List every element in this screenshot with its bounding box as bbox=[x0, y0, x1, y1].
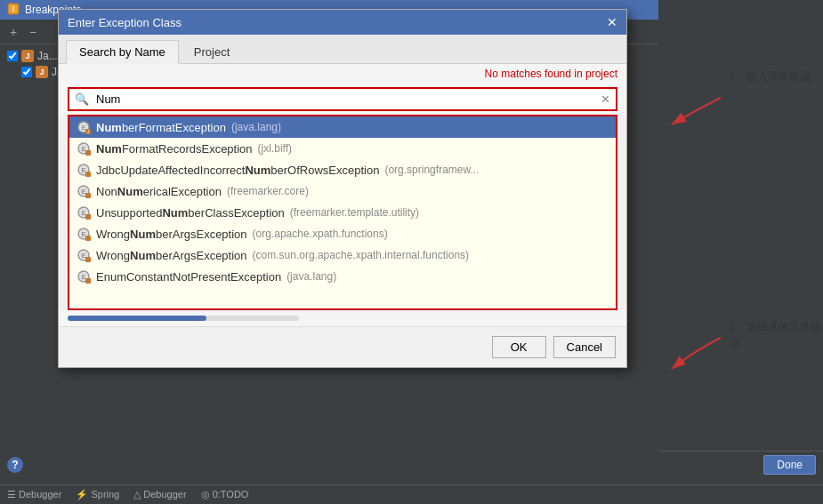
done-area: Done bbox=[658, 451, 823, 477]
svg-text:E: E bbox=[82, 124, 86, 131]
result-name-1: NumFormatRecordsException bbox=[96, 142, 253, 156]
svg-rect-26 bbox=[85, 278, 91, 284]
result-pkg-7: (java.lang) bbox=[286, 270, 336, 283]
annotation-1: 1、输入异常错误 bbox=[730, 69, 811, 84]
result-icon-2: E bbox=[77, 163, 91, 177]
svg-rect-17 bbox=[85, 214, 91, 220]
add-button[interactable]: + bbox=[5, 24, 21, 40]
dialog-buttons: OK Cancel bbox=[59, 326, 626, 367]
svg-text:E: E bbox=[82, 188, 86, 195]
dialog-tabs: Search by Name Project bbox=[59, 35, 626, 64]
progress-bar-background bbox=[68, 316, 299, 321]
search-area: 🔍 ✕ bbox=[59, 80, 626, 115]
result-pkg-4: (freemarker.template.utility) bbox=[290, 206, 419, 219]
search-clear-button[interactable]: ✕ bbox=[595, 89, 616, 109]
svg-rect-14 bbox=[85, 193, 91, 198]
svg-rect-11 bbox=[85, 172, 91, 177]
search-icon: 🔍 bbox=[69, 89, 94, 109]
result-item-6[interactable]: E WrongNumberArgsException (com.sun.org.… bbox=[69, 244, 616, 266]
result-name-7: EnumConstantNotPresentException bbox=[96, 270, 281, 284]
status-bar: ☰ Debugger ⚡ Spring △ Debugger ◎ 0:TODO bbox=[0, 484, 823, 504]
svg-text:!: ! bbox=[12, 4, 15, 13]
result-item-1[interactable]: E NumFormatRecordsException (jxl.biff) bbox=[69, 138, 616, 159]
status-item-2: ⚡ Spring bbox=[76, 489, 119, 500]
annotation-2: 2、选择具体异常错误 bbox=[730, 320, 823, 350]
progress-bar-fill bbox=[68, 316, 206, 321]
svg-text:E: E bbox=[82, 274, 86, 280]
result-pkg-5: (org.apache.xpath.functions) bbox=[253, 228, 388, 240]
dialog-content: Search by Name Project No matches found … bbox=[59, 35, 626, 367]
progress-area bbox=[59, 310, 626, 326]
result-icon-4: E bbox=[77, 205, 91, 220]
result-pkg-0: (java.lang) bbox=[231, 121, 281, 133]
result-icon-0: E J bbox=[77, 120, 91, 134]
result-item-2[interactable]: E JdbcUpdateAffectedIncorrectNumberOfRow… bbox=[69, 159, 616, 180]
arrow-2 bbox=[623, 320, 738, 391]
result-icon-6: E bbox=[77, 248, 91, 262]
done-button[interactable]: Done bbox=[763, 455, 816, 475]
result-icon-1: E bbox=[77, 141, 91, 156]
tree-label-1: Ja... bbox=[37, 50, 58, 62]
result-name-5: WrongNumberArgsException bbox=[96, 228, 247, 241]
result-name-6: WrongNumberArgsException bbox=[96, 249, 247, 262]
result-item-5[interactable]: E WrongNumberArgsException (org.apache.x… bbox=[69, 223, 616, 244]
result-icon-5: E bbox=[77, 227, 91, 241]
result-pkg-3: (freemarker.core) bbox=[227, 185, 309, 197]
tree-checkbox-2[interactable] bbox=[21, 67, 32, 77]
result-pkg-2: (org.springframew... bbox=[384, 164, 479, 176]
result-pkg-6: (com.sun.org.apache.xpath.internal.funct… bbox=[253, 249, 469, 261]
svg-rect-20 bbox=[85, 236, 91, 241]
tree-checkbox-1[interactable] bbox=[7, 51, 18, 61]
result-item-3[interactable]: E NonNumericalException (freemarker.core… bbox=[69, 180, 616, 202]
result-name-0: NumberFormatException bbox=[96, 121, 226, 134]
status-item-4: ◎ 0:TODO bbox=[201, 489, 249, 500]
svg-rect-23 bbox=[85, 257, 91, 262]
ok-button[interactable]: OK bbox=[492, 336, 546, 358]
result-icon-3: E bbox=[77, 184, 91, 198]
svg-rect-8 bbox=[85, 150, 91, 156]
result-name-4: UnsupportedNumberClassException bbox=[96, 206, 285, 220]
tab-search-by-name[interactable]: Search by Name bbox=[66, 40, 179, 64]
search-input-wrapper: 🔍 ✕ bbox=[68, 87, 617, 111]
no-matches-notice: No matches found in project bbox=[59, 64, 626, 80]
status-item-1: ☰ Debugger bbox=[7, 489, 61, 500]
breakpoints-icon: ! bbox=[7, 3, 20, 18]
result-icon-7: E bbox=[77, 269, 91, 284]
result-name-2: JdbcUpdateAffectedIncorrectNumberOfRowsE… bbox=[96, 164, 379, 177]
dialog-title: Enter Exception Class bbox=[68, 16, 182, 29]
svg-text:E: E bbox=[82, 146, 86, 152]
tab-project[interactable]: Project bbox=[181, 40, 243, 63]
result-item-0[interactable]: E J NumberFormatException (java.lang) bbox=[69, 116, 616, 138]
arrow-1 bbox=[623, 80, 738, 151]
cancel-button[interactable]: Cancel bbox=[553, 336, 616, 358]
help-button[interactable]: ? bbox=[7, 457, 23, 473]
search-input[interactable] bbox=[94, 89, 595, 109]
svg-text:E: E bbox=[82, 210, 86, 216]
svg-text:E: E bbox=[82, 231, 86, 237]
svg-text:E: E bbox=[82, 252, 86, 259]
java-icon-1: J bbox=[21, 50, 34, 62]
result-item-4[interactable]: E UnsupportedNumberClassException (freem… bbox=[69, 202, 616, 223]
minus-button[interactable]: − bbox=[25, 24, 41, 40]
enter-exception-dialog: Enter Exception Class ✕ Search by Name P… bbox=[58, 9, 627, 368]
status-item-3: △ Debugger bbox=[133, 489, 186, 500]
java-icon-2: J bbox=[36, 66, 48, 78]
dialog-close-button[interactable]: ✕ bbox=[607, 16, 617, 28]
result-pkg-1: (jxl.biff) bbox=[258, 142, 292, 155]
results-list: E J NumberFormatException (java.lang) E bbox=[68, 115, 617, 310]
result-item-7[interactable]: E EnumConstantNotPresentException (java.… bbox=[69, 266, 616, 287]
result-name-3: NonNumericalException bbox=[96, 185, 222, 198]
svg-text:E: E bbox=[82, 167, 86, 173]
dialog-titlebar: Enter Exception Class ✕ bbox=[59, 10, 626, 35]
